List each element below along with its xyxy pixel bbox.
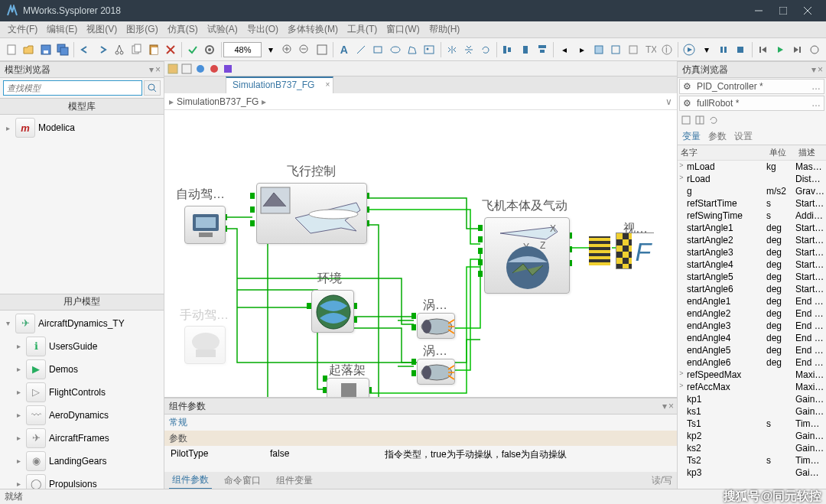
copy-button[interactable] <box>128 41 144 59</box>
open-button[interactable] <box>21 41 36 59</box>
var-row[interactable]: >mLoadkgMas… <box>678 161 826 173</box>
var-row[interactable]: endAngle6degEnd … <box>678 356 826 369</box>
delete-button[interactable] <box>163 41 178 59</box>
rotate-button[interactable] <box>478 41 493 59</box>
play-start-button[interactable] <box>755 41 770 59</box>
var-row[interactable]: startAngle4degStart… <box>678 259 826 271</box>
save-button[interactable] <box>38 41 54 59</box>
block-aircraft-body[interactable]: XYZ <box>484 217 570 294</box>
var-row[interactable]: >refAccMaxMaxi… <box>678 381 826 393</box>
var-row[interactable]: ks2Gain… <box>678 442 826 454</box>
menu-test[interactable]: 试验(A) <box>203 21 242 37</box>
block-viz[interactable]: F <box>616 232 654 269</box>
check-button[interactable] <box>185 41 200 59</box>
menu-multibody[interactable]: 多体转换(M) <box>283 21 343 37</box>
minimize-button[interactable] <box>746 0 771 21</box>
loop-button[interactable] <box>806 41 821 59</box>
tree-node-AircraftFrames[interactable]: ▸✈AircraftFrames <box>0 427 164 450</box>
block-turbine1[interactable] <box>417 313 455 339</box>
search-button[interactable] <box>144 80 161 96</box>
bottom-tab-params[interactable]: 组件参数 <box>169 472 212 489</box>
refresh-icon[interactable] <box>708 115 719 125</box>
text-tool[interactable]: A <box>337 41 352 59</box>
collapse-icon[interactable] <box>681 115 691 125</box>
sim-item-robot[interactable]: ⚙fullRobot *… <box>679 96 824 111</box>
tree-node-root[interactable]: ▾✈AircraftDynamics_TY <box>0 312 164 335</box>
search-input[interactable] <box>3 80 142 96</box>
text-view-button[interactable]: TXT <box>642 41 658 59</box>
tree-node-Demos[interactable]: ▸▶Demos <box>0 358 164 381</box>
poly-tool[interactable] <box>405 41 420 59</box>
block-autopilot[interactable] <box>184 206 226 244</box>
expand-icon[interactable] <box>694 115 705 125</box>
var-row[interactable]: ks1Gain… <box>678 405 826 418</box>
menu-window[interactable]: 窗口(W) <box>382 21 424 37</box>
menu-graphics[interactable]: 图形(G) <box>122 21 162 37</box>
tree-node-UsersGuide[interactable]: ▸ℹUsersGuide <box>0 335 164 358</box>
var-row[interactable]: endAngle5degEnd … <box>678 344 826 356</box>
align1-button[interactable] <box>500 41 515 59</box>
menu-view[interactable]: 视图(V) <box>82 21 122 37</box>
close-button[interactable] <box>795 0 820 21</box>
params-tab[interactable]: 参数 <box>708 130 727 143</box>
cut-button[interactable] <box>112 41 127 59</box>
view3-button[interactable] <box>625 41 640 59</box>
var-row[interactable]: startAngle3degStart… <box>678 246 826 259</box>
vars-tab[interactable]: 变量 <box>682 130 701 143</box>
block-turbine2[interactable] <box>417 359 455 385</box>
var-row[interactable]: endAngle3degEnd … <box>678 320 826 332</box>
tree-node-AeroDynamics[interactable]: ▸〰AeroDynamics <box>0 404 164 427</box>
align2-button[interactable] <box>518 41 533 59</box>
paste-button[interactable] <box>145 41 161 59</box>
menu-edit[interactable]: 编辑(E) <box>42 21 82 37</box>
undo-button[interactable] <box>77 41 93 59</box>
var-row[interactable]: startAngle6degStart… <box>678 283 826 295</box>
pause-button[interactable] <box>716 41 731 59</box>
menu-help[interactable]: 帮助(H) <box>424 21 465 37</box>
menu-tools[interactable]: 工具(T) <box>343 21 382 37</box>
tree-node-FlightControls[interactable]: ▸▷FlightControls <box>0 381 164 404</box>
align3-button[interactable] <box>535 41 550 59</box>
info-view-button[interactable]: i <box>659 41 675 59</box>
var-row[interactable]: refStartTimesStart… <box>678 197 826 210</box>
bottom-tab-cmd[interactable]: 命令窗口 <box>221 473 264 489</box>
var-row[interactable]: gm/s2Grav… <box>678 185 826 197</box>
var-row[interactable]: >refSpeedMaxMaxi… <box>678 369 826 381</box>
zoom-input[interactable] <box>223 42 262 57</box>
new-button[interactable] <box>4 41 19 59</box>
block-env[interactable] <box>311 290 354 333</box>
var-row[interactable]: >rLoadDist… <box>678 173 826 185</box>
view1-button[interactable] <box>591 41 606 59</box>
redo-button[interactable] <box>94 41 109 59</box>
fliph-button[interactable] <box>444 41 459 59</box>
block-flightctl[interactable] <box>256 183 367 244</box>
strip-icon3[interactable] <box>195 63 206 74</box>
zoom-dropdown[interactable]: ▾ <box>262 41 278 59</box>
line-tool[interactable] <box>353 41 369 59</box>
rect-tool[interactable] <box>370 41 385 59</box>
menu-file[interactable]: 文件(F) <box>3 21 42 37</box>
var-row[interactable]: kp1Gain… <box>678 393 826 405</box>
stop-button[interactable] <box>733 41 748 59</box>
var-row[interactable]: startAngle2degStart… <box>678 234 826 246</box>
strip-icon1[interactable] <box>167 63 178 74</box>
close-panel-icon[interactable]: × <box>155 64 161 75</box>
var-row[interactable]: kp3Gai… <box>678 467 826 479</box>
block-manual[interactable] <box>184 326 226 364</box>
breadcrumb-item[interactable]: SimulationB737_FG <box>177 96 259 107</box>
strip-icon4[interactable] <box>209 63 220 74</box>
block-bus[interactable] <box>589 236 610 265</box>
var-row[interactable]: startAngle1degStart… <box>678 222 826 234</box>
bottom-tab-vars[interactable]: 组件变量 <box>273 473 316 489</box>
image-tool[interactable] <box>421 41 437 59</box>
tree-node-Propulsions[interactable]: ▸◯Propulsions <box>0 473 164 489</box>
var-row[interactable]: Ts2sTim… <box>678 454 826 467</box>
tab-close-icon[interactable]: × <box>326 80 330 89</box>
var-row[interactable]: kp2Gain… <box>678 430 826 442</box>
diagram-canvas[interactable]: 自动驾… 手动驾… 飞行控制 环境 起落架 涡… 涡 <box>164 110 677 397</box>
maximize-button[interactable] <box>771 0 795 21</box>
var-row[interactable]: endAngle1degEnd … <box>678 295 826 307</box>
var-row[interactable]: endAngle2degEnd … <box>678 307 826 320</box>
tree-node-modelica[interactable]: ▸ m Modelica <box>0 116 164 139</box>
settings-tab[interactable]: 设置 <box>734 130 753 143</box>
